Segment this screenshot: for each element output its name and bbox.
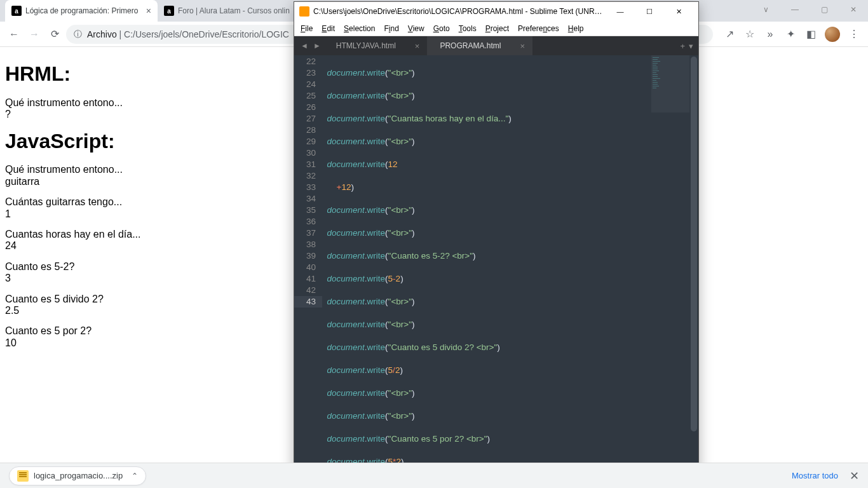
menu-help[interactable]: Help [564, 23, 588, 34]
reload-button[interactable]: ⟳ [46, 25, 64, 43]
address-label: Archivo [87, 29, 117, 39]
tab-nav-right-icon[interactable]: ► [311, 41, 323, 50]
tab-label: PROGRAMA.html [440, 41, 501, 50]
download-shelf: logica_progamacio....zip ⌃ Mostrar todo … [0, 463, 868, 488]
sublime-title: C:\Users\joels\OneDrive\Escritorio\LOGIC… [313, 7, 606, 16]
tab-dropdown-icon[interactable]: ▾ [689, 41, 693, 51]
scrollbar[interactable] [689, 55, 698, 472]
browser-tab[interactable]: a Foro | Alura Latam - Cursos onlin × [158, 0, 310, 22]
editor-area[interactable]: 2223242526272829303132333435363738394041… [294, 55, 698, 472]
sublime-menubar: File Edit Selection Find View Goto Tools… [294, 21, 698, 36]
chevron-up-icon[interactable]: ⌃ [132, 471, 138, 480]
tab-label: HTMLYJAVA.html [336, 41, 396, 50]
menu-find[interactable]: Find [380, 23, 402, 34]
menu-goto[interactable]: Goto [430, 23, 454, 34]
minimap[interactable]: ▬▬▬▬▬▬▬▬▬▬▬▬▬▬▬▬▬▬▬▬▬▬▬▬▬▬▬▬▬▬▬▬▬▬▬▬▬▬▬▬… [651, 55, 689, 112]
os-minimize-button[interactable]: — [780, 0, 810, 19]
browser-tab[interactable]: a Lógica de programación: Primero × [5, 0, 158, 22]
scroll-thumb[interactable] [691, 57, 697, 431]
os-maximize-button[interactable]: ▢ [810, 0, 839, 19]
address-path: C:/Users/joels/OneDrive/Escritorio/LOGIC [124, 29, 289, 39]
overflow-icon[interactable]: » [761, 25, 779, 43]
sublime-logo-icon [299, 6, 309, 17]
avatar[interactable] [825, 27, 840, 42]
menu-preferences[interactable]: Preferences [514, 23, 563, 34]
close-button[interactable]: ✕ [664, 2, 693, 21]
tab-title: Lógica de programación: Primero [25, 6, 142, 15]
close-icon[interactable]: × [146, 6, 151, 16]
new-tab-icon[interactable]: + [680, 41, 685, 51]
sublime-tabbar: ◄ ► HTMLYJAVA.html× PROGRAMA.html× + ▾ [294, 36, 698, 55]
gutter: 2223242526272829303132333435363738394041… [294, 55, 322, 472]
editor-tab[interactable]: HTMLYJAVA.html× [323, 36, 428, 55]
menu-view[interactable]: View [404, 23, 428, 34]
menu-file[interactable]: File [297, 23, 316, 34]
close-icon[interactable]: ✕ [850, 469, 859, 483]
info-icon: ⓘ [74, 29, 82, 40]
back-button[interactable]: ← [5, 25, 23, 43]
sublime-window: C:\Users\joels\OneDrive\Escritorio\LOGIC… [294, 1, 699, 488]
star-icon[interactable]: ☆ [741, 25, 759, 43]
os-close-button[interactable]: ✕ [839, 0, 868, 19]
sublime-titlebar[interactable]: C:\Users\joels\OneDrive\Escritorio\LOGIC… [294, 2, 698, 21]
chevron-down-icon[interactable]: ∨ [751, 0, 780, 19]
download-item[interactable]: logica_progamacio....zip ⌃ [9, 466, 146, 485]
maximize-button[interactable]: ☐ [635, 2, 664, 21]
favicon-icon: a [164, 6, 174, 16]
menu-edit[interactable]: Edit [318, 23, 339, 34]
forward-button[interactable]: → [25, 25, 43, 43]
menu-selection[interactable]: Selection [340, 23, 379, 34]
tab-title: Foro | Alura Latam - Cursos onlin [178, 6, 295, 15]
tab-nav-left-icon[interactable]: ◄ [298, 41, 311, 50]
editor-tab-active[interactable]: PROGRAMA.html× [427, 36, 532, 55]
download-filename: logica_progamacio....zip [34, 471, 123, 480]
show-all-downloads[interactable]: Mostrar todo [792, 471, 838, 480]
kebab-menu-icon[interactable]: ⋮ [845, 25, 863, 43]
favicon-icon: a [11, 6, 22, 16]
zip-file-icon [17, 470, 29, 482]
close-icon[interactable]: × [520, 41, 525, 51]
code-area[interactable]: document.write("<br>") document.write("<… [322, 55, 698, 472]
share-icon[interactable]: ↗ [721, 25, 738, 43]
extensions-icon[interactable]: ✦ [782, 25, 799, 43]
panel-icon[interactable]: ◧ [802, 25, 820, 43]
minimize-button[interactable]: — [606, 2, 635, 21]
close-icon[interactable]: × [415, 41, 420, 51]
menu-project[interactable]: Project [482, 23, 513, 34]
menu-tools[interactable]: Tools [455, 23, 480, 34]
